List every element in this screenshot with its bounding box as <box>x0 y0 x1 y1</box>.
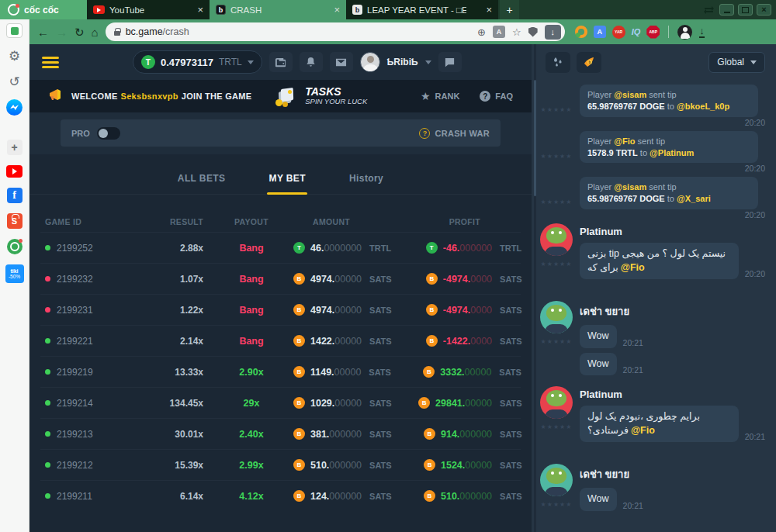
chat-toggle-button[interactable] <box>438 52 462 72</box>
profit-value: 1524.00000 <box>441 460 492 471</box>
wallet-button[interactable] <box>269 52 293 72</box>
mention-link[interactable]: @bkoeL_k0p <box>677 102 729 111</box>
chat-username[interactable]: เดช่า ขยาย <box>580 303 765 320</box>
tab-my-bet[interactable]: MY BET <box>268 173 306 184</box>
chat-user-message: ★★★★★ เดช่า ขยาย Wow 20:21 Wow 20:21 <box>539 301 765 380</box>
adblock-extension-icon[interactable]: ABP <box>646 26 660 39</box>
mention-link[interactable]: @sisam <box>614 90 646 99</box>
mention-link[interactable]: @Fio <box>621 262 645 273</box>
reload-icon[interactable]: ↻ <box>74 26 85 38</box>
gear-icon[interactable]: ⚙ <box>6 48 23 64</box>
avatar[interactable] <box>360 52 380 72</box>
amount-value: 124.000000 <box>310 491 362 502</box>
download-active-icon[interactable]: ↓ <box>545 25 561 40</box>
maximize-button[interactable] <box>738 4 753 16</box>
youtube-shortcut-icon[interactable] <box>6 165 23 178</box>
tab-leap-year-event[interactable]: b LEAP YEAR EVENT - □Event - × <box>346 0 498 19</box>
chat-text: بزنی‎ tip هیجی‎ ؟ من‎ لول‎ یک‎ نیستم‎ که… <box>587 248 726 273</box>
faq-link[interactable]: ?FAQ <box>480 91 513 102</box>
game-status-dot <box>45 245 50 250</box>
add-shortcut-button[interactable]: + <box>7 140 23 155</box>
messenger-icon[interactable] <box>6 99 23 116</box>
tab-close-icon[interactable]: × <box>197 5 203 15</box>
chat-channel-select[interactable]: Global <box>708 52 765 73</box>
shopee-shortcut-icon[interactable]: S <box>7 213 23 229</box>
balance-selector[interactable]: T 0.47973117 TRTL <box>133 50 262 74</box>
payout-value: 2.40x <box>210 429 293 440</box>
translate-page-icon[interactable]: A <box>493 26 505 38</box>
zoom-page-icon[interactable]: ⊕ <box>477 26 486 38</box>
url-text[interactable]: bc.game/crash <box>126 26 189 37</box>
chat-username[interactable]: Platinum <box>580 226 765 237</box>
iq-extension-icon[interactable]: IQ <box>632 27 641 36</box>
mention-link[interactable]: @Platinum <box>650 148 694 157</box>
chat-avatar[interactable] <box>540 223 573 256</box>
tab-crash[interactable]: b CRASH × <box>210 0 346 19</box>
game-id: 2199219 <box>57 367 93 378</box>
coccoc-shortcut-icon[interactable] <box>7 239 23 254</box>
forward-icon[interactable]: → <box>56 26 68 38</box>
payout-value: 4.12x <box>210 491 293 502</box>
pro-toggle[interactable] <box>97 127 120 140</box>
minimize-button[interactable] <box>719 4 734 16</box>
chat-username[interactable]: Platinum <box>580 389 765 400</box>
back-icon[interactable]: ← <box>37 26 49 38</box>
tab-history[interactable]: History <box>349 173 383 184</box>
history-icon[interactable]: ↺ <box>6 74 23 89</box>
amount-value: 1422.00000 <box>310 336 362 347</box>
avatar-eyes <box>551 231 554 234</box>
tiki-shortcut-icon[interactable]: tiki -50% <box>5 264 24 283</box>
coccoc-rewards-icon[interactable] <box>575 26 587 38</box>
amount-cell: B 381.000000 SATS <box>293 428 397 440</box>
chat-bubble-line: لول‎ یک‎ نبودم،‎ چطوری‎ برایم‎ فرستادی؟@… <box>580 406 765 442</box>
profile-avatar[interactable] <box>677 25 692 40</box>
bets-table: GAME ID RESULT PAYOUT AMOUNT PROFIT 2199… <box>40 212 521 532</box>
facebook-shortcut-icon[interactable]: f <box>7 188 23 203</box>
chat-avatar[interactable] <box>540 386 573 419</box>
chat-username[interactable]: เดช่า ขยาย <box>580 466 765 482</box>
game-status-dot <box>45 400 50 406</box>
tab-close-icon[interactable]: × <box>334 5 340 15</box>
home-icon[interactable]: ⌂ <box>92 26 99 38</box>
game-id: 2199214 <box>57 398 93 409</box>
chat-avatar[interactable] <box>540 301 573 333</box>
username[interactable]: ƄRibiƄ <box>387 57 418 67</box>
close-button[interactable]: × <box>757 4 771 16</box>
currency-coin-icon: B <box>293 397 305 409</box>
currency-coin-icon: B <box>426 335 438 347</box>
shield-icon[interactable] <box>528 27 538 37</box>
fireball-button[interactable]: b <box>577 52 601 73</box>
bookmark-star-icon[interactable]: ☆ <box>512 26 521 38</box>
profit-currency: SATS <box>500 399 528 408</box>
snap-windows-icon[interactable] <box>705 6 715 14</box>
coccoc-logo-icon <box>8 4 19 16</box>
chat-user-message: ★★★★★ Platinum بزنی‎ tip هیجی‎ ؟ من‎ لول… <box>539 223 765 295</box>
tab-all-bets[interactable]: ALL BETS <box>178 173 226 184</box>
game-status-dot <box>45 462 50 468</box>
mention-link[interactable]: @Fio <box>614 136 635 146</box>
chat-rain-button[interactable] <box>546 52 570 73</box>
mention-link[interactable]: @Fio <box>631 425 655 436</box>
tab-youtube[interactable]: YouTube × <box>87 0 210 19</box>
new-tab-button[interactable]: + <box>500 0 519 19</box>
menu-hamburger-icon[interactable] <box>42 57 59 68</box>
address-bar[interactable]: bc.game/crash ⊕ A ☆ ↓ <box>106 22 565 41</box>
mention-link[interactable]: @sisam <box>614 182 646 192</box>
currency-coin-icon: B <box>424 428 435 440</box>
tasks-promo[interactable]: TASKS SPIN YOUR LUCK <box>274 86 367 106</box>
side-panel-icon[interactable] <box>6 23 23 38</box>
chat-avatar[interactable] <box>540 464 573 496</box>
profit-currency: TRTL <box>500 244 528 253</box>
balance-value: 0.47973117 <box>161 57 213 68</box>
avatar-eyes <box>551 394 554 397</box>
downloads-icon[interactable]: ↓ <box>699 26 705 38</box>
mention-link[interactable]: @X_sari <box>677 194 711 203</box>
translate-extension-icon[interactable]: A <box>594 26 606 38</box>
rank-link[interactable]: ★RANK <box>421 91 459 102</box>
crash-war-link[interactable]: ? CRASH WAR <box>419 128 490 139</box>
yar-extension-icon[interactable]: YAR <box>612 26 625 39</box>
notifications-button[interactable] <box>300 52 323 72</box>
messages-button[interactable] <box>330 52 353 72</box>
amount-currency: SATS <box>369 368 397 377</box>
tab-close-icon[interactable]: × <box>486 5 492 15</box>
